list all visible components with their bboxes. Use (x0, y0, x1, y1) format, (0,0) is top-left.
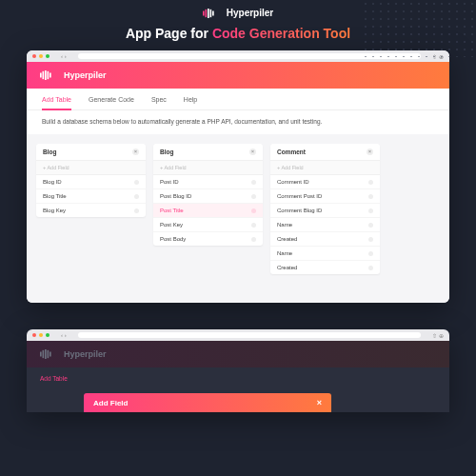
browser-chrome: ‹ › ⇧ ⊕ (27, 329, 449, 341)
field-row[interactable]: Comment Blog ID (270, 204, 380, 218)
field-label: Post ID (160, 179, 179, 185)
field-handle-icon[interactable] (134, 208, 139, 213)
add-field-modal-header: Add Field × (84, 393, 331, 412)
svg-rect-3 (209, 9, 211, 16)
field-label: Created (277, 236, 297, 242)
field-row[interactable]: Blog Key (36, 204, 146, 217)
field-handle-icon[interactable] (134, 194, 139, 199)
field-handle-icon[interactable] (368, 208, 373, 213)
card-title: Comment (277, 149, 306, 155)
field-handle-icon[interactable] (368, 266, 373, 270)
svg-rect-6 (43, 71, 45, 79)
field-row[interactable]: Name (270, 247, 380, 261)
field-handle-icon[interactable] (251, 237, 256, 242)
add-field-button[interactable]: + Add Field (153, 160, 263, 175)
field-row[interactable]: Comment Post ID (270, 189, 380, 204)
app-name: Hyperpiler (64, 70, 107, 80)
app-header: Hyperpiler (27, 62, 449, 89)
field-label: Comment Post ID (277, 193, 322, 199)
card-title: Blog (43, 149, 56, 155)
intro-text: Build a database schema below to automat… (27, 110, 449, 134)
field-label: Blog Key (43, 208, 66, 213)
tab-add-table[interactable]: Add Table (42, 96, 71, 110)
svg-rect-5 (40, 73, 42, 78)
svg-rect-9 (50, 73, 51, 78)
add-field-button[interactable]: + Add Field (36, 160, 146, 175)
traffic-lights[interactable] (32, 333, 50, 337)
svg-rect-13 (48, 350, 50, 358)
field-handle-icon[interactable] (134, 180, 139, 185)
app-header-dim: Hyperpiler (27, 341, 449, 367)
schema-card: Blog×+ Add FieldBlog IDBlog TitleBlog Ke… (36, 144, 146, 217)
url-bar[interactable] (78, 332, 422, 338)
modal-title: Add Field (93, 399, 128, 407)
field-label: Post Key (160, 222, 183, 228)
field-label: Name (277, 222, 292, 228)
field-handle-icon[interactable] (368, 180, 373, 185)
field-label: Created (277, 265, 297, 270)
field-row[interactable]: Post ID (153, 175, 263, 189)
logo-icon (203, 9, 222, 18)
hero-highlight: Code Generation Tool (212, 26, 350, 41)
card-title: Blog (160, 149, 173, 155)
dim-tabs: Add Table (27, 367, 449, 382)
chrome-right-icons[interactable]: ⇧ ⊕ (432, 332, 444, 339)
field-handle-icon[interactable] (368, 194, 373, 199)
field-label: Comment ID (277, 179, 309, 185)
field-handle-icon[interactable] (251, 223, 256, 228)
browser-window: ‹ › ⇧ ⊕ Hyperpiler Add Table Generate Co… (27, 50, 449, 303)
field-label: Post Body (160, 236, 186, 242)
field-label: Name (277, 250, 292, 256)
field-row[interactable]: Name (270, 218, 380, 232)
logo-icon (40, 67, 59, 84)
close-icon[interactable]: × (367, 149, 373, 155)
svg-rect-2 (208, 9, 209, 18)
field-label: Blog Title (43, 193, 67, 199)
field-label: Post Blog ID (160, 193, 191, 199)
field-handle-icon[interactable] (368, 223, 373, 228)
close-icon[interactable]: × (132, 149, 139, 155)
field-row[interactable]: Created (270, 232, 380, 247)
field-handle-icon[interactable] (251, 208, 256, 213)
close-icon[interactable]: × (317, 398, 322, 407)
svg-rect-11 (43, 350, 45, 358)
svg-rect-12 (45, 349, 47, 359)
field-row[interactable]: Post Title (153, 204, 263, 218)
brand-name: Hyperpiler (227, 8, 273, 18)
field-row[interactable]: Created (270, 261, 380, 274)
field-row[interactable]: Post Key (153, 218, 263, 232)
svg-rect-10 (40, 352, 42, 357)
schema-card: Blog×+ Add FieldPost IDPost Blog IDPost … (153, 144, 263, 246)
app-name: Hyperpiler (64, 349, 107, 359)
schema-card: Comment×+ Add FieldComment IDComment Pos… (270, 144, 380, 274)
add-field-button[interactable]: + Add Field (270, 160, 380, 175)
svg-rect-4 (212, 10, 214, 15)
logo-icon (40, 346, 59, 363)
hero-prefix: App Page for (126, 26, 212, 41)
field-row[interactable]: Post Body (153, 232, 263, 246)
field-row[interactable]: Post Blog ID (153, 189, 263, 204)
tab-bar: Add Table Generate Code Spec Help (27, 89, 449, 110)
svg-rect-0 (203, 10, 205, 15)
field-handle-icon[interactable] (251, 180, 256, 185)
tab-generate-code[interactable]: Generate Code (89, 96, 134, 109)
svg-rect-7 (45, 70, 47, 80)
nav-arrows[interactable]: ‹ › (61, 53, 67, 59)
nav-arrows[interactable]: ‹ › (61, 332, 67, 338)
field-label: Blog ID (43, 179, 62, 185)
field-handle-icon[interactable] (368, 251, 373, 256)
traffic-lights[interactable] (32, 54, 50, 58)
tab-help[interactable]: Help (184, 96, 197, 109)
field-row[interactable]: Blog Title (36, 189, 146, 204)
field-handle-icon[interactable] (368, 237, 373, 242)
field-row[interactable]: Blog ID (36, 175, 146, 189)
svg-rect-1 (205, 9, 207, 16)
close-icon[interactable]: × (249, 149, 256, 155)
svg-rect-8 (48, 71, 50, 79)
schema-canvas: Blog×+ Add FieldBlog IDBlog TitleBlog Ke… (27, 134, 449, 303)
field-label: Post Title (160, 208, 184, 213)
field-handle-icon[interactable] (251, 194, 256, 199)
svg-rect-14 (50, 352, 51, 357)
field-row[interactable]: Comment ID (270, 175, 380, 189)
tab-spec[interactable]: Spec (151, 96, 167, 109)
